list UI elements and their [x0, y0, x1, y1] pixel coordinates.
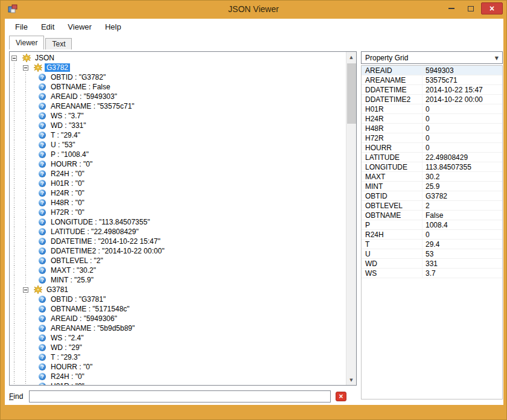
- menu-item-edit[interactable]: Edit: [34, 20, 61, 34]
- tree-guide-line: [22, 304, 34, 314]
- property-row[interactable]: WD331: [362, 259, 502, 269]
- tree-leaf[interactable]: ?P : "1008.4": [11, 150, 346, 159]
- property-row[interactable]: OBTLEVEL2: [362, 201, 502, 211]
- property-row[interactable]: WS3.7: [362, 269, 502, 278]
- property-row[interactable]: MAXT30.2: [362, 172, 502, 182]
- tree-leaf[interactable]: ?OBTNAME : False: [11, 82, 346, 92]
- tree-leaf[interactable]: ?AREAID : "5949303": [11, 92, 346, 101]
- scrollbar-thumb[interactable]: [347, 63, 356, 124]
- tree-leaf[interactable]: ?OBTID : "G3782": [11, 72, 346, 82]
- tree-leaf[interactable]: ?R24H : "0": [11, 169, 346, 179]
- tree-node-label: R24H : "0": [49, 170, 86, 178]
- tree-leaf[interactable]: ?DDATETIME : "2014-10-22 15:47": [11, 237, 346, 246]
- tree-guide-line: [22, 323, 34, 333]
- property-row[interactable]: AREAID5949303: [362, 66, 502, 75]
- close-button[interactable]: ×: [481, 2, 503, 14]
- tree-guide-line: [22, 333, 34, 343]
- property-name: AREANAME: [362, 76, 422, 84]
- tree-leaf[interactable]: ?H01R : "0": [11, 381, 346, 385]
- tree-guide-line: [11, 101, 22, 111]
- property-row[interactable]: T29.4: [362, 240, 502, 249]
- tab-text[interactable]: Text: [45, 38, 72, 49]
- menu-item-viewer[interactable]: Viewer: [61, 20, 98, 34]
- tree-leaf[interactable]: ?T : "29.3": [11, 352, 346, 362]
- tree-leaf[interactable]: ?H48R : "0": [11, 198, 346, 208]
- tree-leaf[interactable]: ?AREANAME : "53575c71": [11, 101, 346, 111]
- tree-leaf[interactable]: ?OBTNAME : "5171548c": [11, 304, 346, 314]
- tree-node-label: H01R : "0": [49, 382, 86, 385]
- maximize-button[interactable]: [462, 2, 479, 14]
- tree-guide-line: [22, 92, 34, 101]
- scroll-up-button[interactable]: ▲: [346, 52, 356, 62]
- property-row[interactable]: H01R0: [362, 104, 502, 114]
- tree-guide-line: [22, 227, 34, 237]
- titlebar[interactable]: JSON Viewer ×: [1, 1, 506, 19]
- menu-item-file[interactable]: File: [8, 20, 34, 34]
- property-name: DDATETIME: [362, 86, 422, 94]
- tree-leaf[interactable]: ?H72R : "0": [11, 208, 346, 217]
- tree-guide-line: [11, 111, 22, 121]
- tree-leaf[interactable]: ?WS : "3.7": [11, 111, 346, 121]
- tree-guide-line: [22, 372, 34, 381]
- tree-guide-line: [22, 362, 34, 372]
- tree-node-label: OBTID : "G3782": [49, 73, 107, 81]
- tree-node-label: OBTNAME : "5171548c": [49, 305, 132, 313]
- tree-leaf[interactable]: ?AREANAME : "5b9d5b89": [11, 323, 346, 333]
- property-value: 331: [422, 259, 502, 268]
- menu-item-help[interactable]: Help: [98, 20, 128, 34]
- find-clear-button[interactable]: ×: [336, 392, 346, 401]
- property-row[interactable]: LONGITUDE113.84507355: [362, 162, 502, 172]
- minimize-button[interactable]: [442, 2, 460, 14]
- tree-node[interactable]: G3781: [11, 285, 346, 294]
- tree-leaf[interactable]: ?H24R : "0": [11, 188, 346, 198]
- tree-leaf[interactable]: ?LATITUDE : "22.49808429": [11, 227, 346, 237]
- property-name: MAXT: [362, 173, 422, 181]
- tree-leaf[interactable]: ?MINT : "25.9": [11, 275, 346, 285]
- property-row[interactable]: AREANAME53575c71: [362, 75, 502, 85]
- tree-leaf[interactable]: ?HOURR : "0": [11, 362, 346, 372]
- property-row[interactable]: R24H0: [362, 230, 502, 240]
- tree-node-root[interactable]: JSON: [11, 53, 346, 63]
- tree-leaf[interactable]: ?AREAID : "5949306": [11, 314, 346, 323]
- tree-leaf[interactable]: ?LONGITUDE : "113.84507355": [11, 217, 346, 227]
- tree-guide-line: [11, 285, 22, 294]
- property-row[interactable]: HOURR0: [362, 143, 502, 153]
- tree-leaf[interactable]: ?OBTLEVEL : "2": [11, 256, 346, 266]
- property-name: T: [362, 240, 422, 249]
- property-row[interactable]: OBTIDG3782: [362, 191, 502, 201]
- tab-viewer[interactable]: Viewer: [9, 36, 44, 49]
- tree-node-label: P : "1008.4": [49, 150, 91, 159]
- property-row[interactable]: P1008.4: [362, 220, 502, 230]
- tree-leaf[interactable]: ?H01R : "0": [11, 179, 346, 188]
- tree-leaf[interactable]: ?WD : "29": [11, 343, 346, 352]
- tree-node[interactable]: G3782: [11, 63, 346, 72]
- tree-leaf[interactable]: ?U : "53": [11, 140, 346, 150]
- tree-collapse-toggle[interactable]: [22, 287, 34, 293]
- property-row[interactable]: DDATETIME2014-10-22 15:47: [362, 85, 502, 95]
- scroll-down-button[interactable]: ▼: [346, 375, 356, 385]
- tree-leaf[interactable]: ?WD : "331": [11, 121, 346, 130]
- find-input[interactable]: [29, 390, 331, 402]
- tree-leaf[interactable]: ?WS : "2.4": [11, 333, 346, 343]
- tree-leaf[interactable]: ?DDATETIME2 : "2014-10-22 00:00": [11, 246, 346, 256]
- property-row[interactable]: MINT25.9: [362, 182, 502, 191]
- tree-leaf[interactable]: ?R24H : "0": [11, 372, 346, 381]
- tree-scrollbar[interactable]: ▲ ▼: [346, 52, 356, 385]
- property-name: OBTID: [362, 192, 422, 200]
- property-grid-dropdown[interactable]: Property Grid ▼: [361, 51, 503, 64]
- property-node-icon: ?: [38, 353, 46, 361]
- tree-leaf[interactable]: ?MAXT : "30.2": [11, 266, 346, 275]
- tree-leaf[interactable]: ?T : "29.4": [11, 130, 346, 140]
- tree-leaf[interactable]: ?OBTID : "G3781": [11, 294, 346, 304]
- tree-collapse-toggle[interactable]: [22, 65, 34, 71]
- property-row[interactable]: H72R0: [362, 133, 502, 143]
- property-row[interactable]: H24R0: [362, 114, 502, 124]
- property-row[interactable]: LATITUDE22.49808429: [362, 153, 502, 162]
- tree-leaf[interactable]: ?HOURR : "0": [11, 159, 346, 169]
- property-row[interactable]: U53: [362, 249, 502, 259]
- tree-collapse-toggle[interactable]: [11, 56, 22, 61]
- property-row[interactable]: H48R0: [362, 124, 502, 133]
- property-row[interactable]: DDATETIME22014-10-22 00:00: [362, 95, 502, 104]
- property-row[interactable]: OBTNAMEFalse: [362, 211, 502, 220]
- object-node-icon: [34, 63, 42, 72]
